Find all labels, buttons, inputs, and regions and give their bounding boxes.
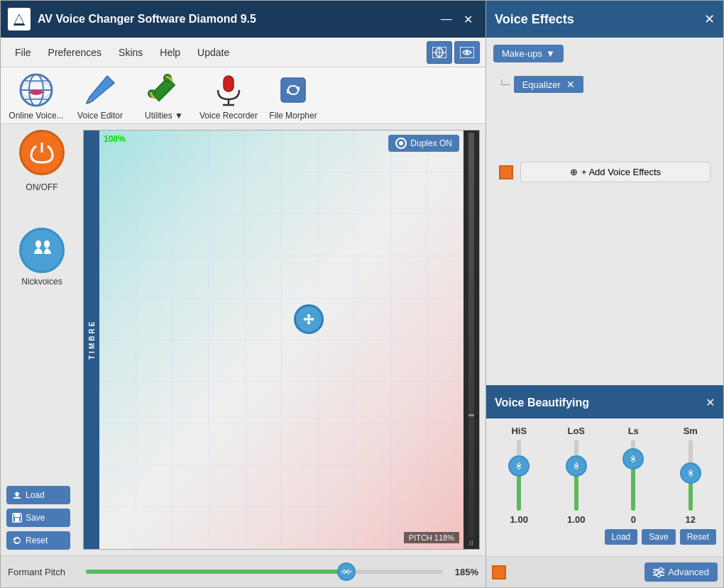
formant-thumb[interactable] [337, 562, 356, 581]
reset-button[interactable]: Reset [6, 531, 70, 550]
save-button[interactable]: Save [6, 509, 70, 527]
formant-area: Formant Pitch 185% [1, 555, 486, 587]
toolbar-voice-recorder[interactable]: Voice Recorder [199, 70, 258, 121]
add-effects-plus-icon: ⊕ [570, 167, 578, 177]
bottom-buttons: Load Save Reset [6, 486, 77, 550]
equalizer-tag: Equalizer ✕ [514, 76, 583, 93]
menu-icon-btn-2[interactable] [454, 41, 480, 64]
toolbar-online-voice-label: Online Voice... [9, 111, 63, 121]
formant-slider[interactable] [86, 570, 443, 574]
duplex-label: Duplex ON [410, 138, 452, 148]
his-value: 1.00 [510, 514, 528, 525]
formant-percent: 185% [450, 567, 478, 577]
add-voice-effects-button[interactable]: ⊕ + Add Voice Effects [520, 162, 711, 182]
toolbar-voice-editor-label: Voice Editor [77, 111, 123, 121]
vb-slider-ls: Ls 0 [612, 426, 654, 525]
vb-slider-his: HiS 1.00 [498, 426, 540, 525]
svg-rect-24 [14, 514, 20, 517]
svg-point-7 [466, 51, 468, 54]
vb-footer-checkbox[interactable] [492, 565, 506, 579]
voice-effects-close-button[interactable]: ✕ [704, 11, 715, 27]
morph-point[interactable] [294, 304, 324, 334]
pitch-label: PITCH 118% [404, 532, 459, 543]
toolbar-voice-editor[interactable]: Voice Editor [72, 70, 128, 121]
power-button[interactable] [19, 130, 65, 175]
vb-load-button[interactable]: Load [605, 529, 638, 545]
app-title: AV Voice Changer Software Diamond 9.5 [38, 13, 435, 26]
los-slider-track[interactable] [574, 440, 578, 511]
voice-effects-checkbox[interactable] [499, 165, 513, 179]
load-button[interactable]: Load [6, 486, 70, 504]
toolbar: Online Voice... Voice Editor [1, 67, 486, 124]
vb-save-button[interactable]: Save [642, 529, 675, 545]
toolbar-utilities-label: Utilities ▼ [145, 111, 183, 121]
nickvoices-button[interactable] [19, 228, 65, 273]
sm-label: Sm [684, 426, 698, 436]
ls-label: Ls [628, 426, 639, 436]
toolbar-online-voice[interactable]: Online Voice... [8, 70, 65, 121]
vb-bottom-buttons: Load Save Reset [493, 525, 716, 549]
voice-effects-content: Make-ups ▼ └─ Equalizer ✕ ⊕ + A [486, 38, 723, 385]
globe-icon [17, 70, 56, 109]
toolbar-file-morpher[interactable]: File Morpher [265, 70, 322, 121]
ls-slider-track[interactable] [631, 440, 635, 511]
formant-label: Formant Pitch [8, 567, 79, 577]
his-slider-track[interactable] [517, 440, 521, 511]
voice-beautifying-section: Voice Beautifying ✕ HiS [486, 385, 723, 587]
los-value: 1.00 [567, 514, 585, 525]
menu-skins[interactable]: Skins [110, 43, 151, 62]
duplex-button[interactable]: Duplex ON [388, 135, 459, 152]
voice-effects-title: Voice Effects [495, 12, 704, 27]
vb-sliders: HiS 1.00 LoS [493, 426, 716, 525]
main-content: ON/OFF Nickvoices Load [1, 124, 486, 555]
menu-update[interactable]: Update [189, 43, 238, 62]
microphone-icon [209, 70, 248, 109]
sm-value: 12 [686, 514, 696, 525]
refresh-icon [274, 70, 313, 109]
voice-beautifying-close-button[interactable]: ✕ [706, 396, 715, 409]
svg-point-22 [30, 238, 54, 262]
svg-point-51 [657, 573, 661, 577]
vb-slider-sm: Sm 12 [669, 426, 712, 525]
menu-bar: File Preferences Skins Help Update [1, 38, 486, 67]
menu-preferences[interactable]: Preferences [40, 43, 110, 62]
sm-slider-track[interactable] [689, 440, 693, 511]
toolbar-utilities[interactable]: Utilities ▼ [136, 70, 192, 121]
timbre-label: TIMBRE [84, 131, 99, 549]
tools-icon [145, 70, 184, 109]
vb-footer: Advanced [486, 556, 723, 587]
makeups-bar: Make-ups ▼ [493, 45, 716, 62]
effects-tree: └─ Equalizer ✕ [493, 70, 716, 99]
advanced-button[interactable]: Advanced [645, 562, 718, 582]
on-off-label: ON/OFF [26, 182, 57, 192]
svg-rect-25 [15, 518, 19, 521]
voice-beautifying-title: Voice Beautifying [495, 396, 706, 409]
toolbar-voice-recorder-label: Voice Recorder [199, 111, 258, 121]
close-button[interactable]: ✕ [458, 10, 478, 29]
menu-file[interactable]: File [6, 43, 40, 62]
vb-reset-button[interactable]: Reset [680, 529, 716, 545]
morphing-area[interactable]: TIMBRE 108% Duplex ON [83, 130, 480, 550]
voice-beautifying-content: HiS 1.00 LoS [486, 418, 723, 556]
brush-icon [81, 70, 120, 109]
menu-icon-btn-1[interactable] [427, 41, 452, 64]
voice-effects-header: Voice Effects ✕ [486, 1, 723, 38]
menu-help[interactable]: Help [151, 43, 189, 62]
equalizer-item: └─ Equalizer ✕ [493, 73, 716, 96]
voice-beautifying-header: Voice Beautifying ✕ [486, 387, 723, 418]
makeups-button[interactable]: Make-ups ▼ [493, 45, 564, 62]
right-panel: Voice Effects ✕ Make-ups ▼ └─ Equalizer … [486, 0, 724, 588]
svg-rect-16 [224, 76, 234, 91]
equalizer-remove-button[interactable]: ✕ [566, 79, 575, 90]
vertical-slider[interactable]: ⏸ [464, 131, 479, 549]
add-effects-row: ⊕ + Add Voice Effects [493, 156, 716, 188]
ls-value: 0 [631, 514, 636, 525]
svg-rect-19 [281, 78, 305, 102]
timbre-percent: 108% [104, 134, 126, 144]
svg-marker-26 [13, 538, 16, 541]
title-bar: AV Voice Changer Software Diamond 9.5 — … [1, 1, 486, 38]
svg-point-50 [659, 567, 663, 571]
his-label: HiS [511, 426, 527, 436]
minimize-button[interactable]: — [435, 10, 458, 28]
makeups-dropdown-icon: ▼ [546, 48, 555, 59]
